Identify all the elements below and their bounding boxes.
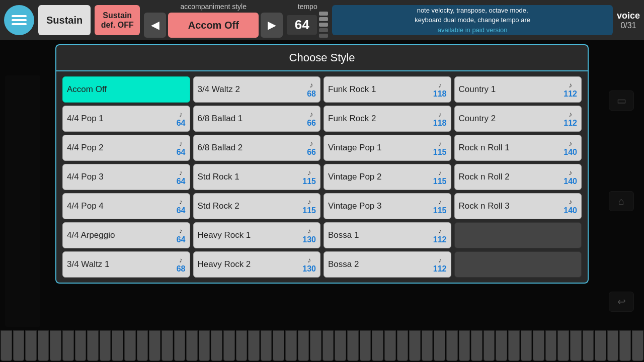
note-icon: ♪ [310, 139, 313, 147]
style-button[interactable]: Country 1♪112 [454, 76, 582, 103]
style-button[interactable]: 3/4 Waltz 1♪68 [62, 251, 190, 278]
style-button[interactable]: Rock n Roll 2♪140 [454, 164, 582, 190]
note-icon: ♪ [569, 110, 572, 118]
prev-style-button[interactable]: ◀ [144, 13, 166, 38]
style-button-name: 6/8 Ballad 1 [198, 114, 243, 124]
style-button-tempo: 112 [433, 264, 447, 274]
style-button[interactable]: Heavy Rock 2♪130 [193, 251, 321, 278]
voice-label: voice [617, 11, 640, 21]
tempo-bar-4 [319, 28, 328, 32]
tempo-bar-1 [319, 12, 328, 16]
style-button-name: 3/4 Waltz 2 [198, 84, 240, 95]
style-button[interactable]: Bossa 2♪112 [324, 251, 451, 278]
style-button[interactable]: Country 2♪112 [454, 106, 582, 132]
style-button-tempo-area: ♪112 [433, 256, 447, 274]
style-button-tempo: 115 [302, 177, 316, 186]
info-paid: available in paid version [338, 25, 607, 35]
style-button-name: Funk Rock 2 [328, 114, 376, 124]
style-button-tempo: 64 [177, 119, 186, 128]
note-icon: ♪ [307, 227, 311, 235]
tempo-bar-3 [319, 23, 328, 27]
style-button-tempo: 118 [433, 119, 447, 128]
style-button-tempo: 112 [433, 235, 447, 244]
style-button[interactable] [454, 222, 582, 248]
style-button-name: Vintage Pop 2 [328, 172, 382, 182]
note-icon: ♪ [438, 227, 442, 235]
voice-count: 0/31 [617, 21, 640, 30]
style-button[interactable]: 6/8 Ballad 1♪66 [193, 106, 321, 132]
svg-rect-2 [12, 23, 27, 25]
style-button[interactable] [454, 251, 582, 278]
style-button[interactable]: Funk Rock 2♪118 [324, 106, 451, 132]
tempo-display: 64 [287, 12, 328, 38]
style-button-tempo-area: ♪115 [302, 198, 316, 215]
style-button[interactable]: Rock n Roll 1♪140 [454, 135, 582, 161]
note-icon: ♪ [179, 110, 183, 118]
style-button-tempo: 140 [564, 206, 577, 215]
next-style-button[interactable]: ▶ [261, 13, 283, 38]
style-button-name: Heavy Rock 2 [198, 259, 251, 269]
style-button-tempo-area: ♪130 [302, 227, 316, 244]
style-grid: Accom Off3/4 Waltz 2♪68Funk Rock 1♪118Co… [56, 71, 588, 283]
style-button-name: 4/4 Arpeggio [67, 230, 115, 240]
style-button-tempo-area: ♪140 [564, 168, 577, 186]
menu-button[interactable] [4, 5, 34, 35]
tempo-value: 64 [287, 15, 317, 35]
style-button[interactable]: 4/4 Pop 1♪64 [62, 106, 190, 132]
style-button[interactable]: Bossa 1♪112 [324, 222, 451, 248]
style-button-name: 4/4 Pop 2 [67, 143, 104, 153]
style-button-name: 3/4 Waltz 1 [67, 259, 109, 269]
style-button-tempo-area: ♪64 [177, 168, 186, 186]
style-button-name: Rock n Roll 1 [459, 143, 510, 153]
modal-overlay: Choose Style Accom Off3/4 Waltz 2♪68Funk… [0, 40, 644, 362]
style-button[interactable]: Heavy Rock 1♪130 [193, 222, 321, 248]
style-button[interactable]: Vintage Pop 2♪115 [324, 164, 451, 190]
style-button-name: Bossa 2 [328, 259, 359, 269]
accom-off-button[interactable]: Accom Off [168, 13, 259, 38]
note-icon: ♪ [310, 110, 313, 118]
style-button[interactable]: Std Rock 1♪115 [193, 164, 321, 190]
style-button-tempo-area: ♪115 [433, 198, 447, 215]
accom-style-label: accompaniment style [180, 3, 247, 11]
style-button-tempo-area: ♪140 [564, 139, 577, 157]
sustain-def-button[interactable]: Sustain def. OFF [95, 5, 140, 35]
style-button-tempo-area: ♪68 [307, 81, 316, 99]
style-button[interactable]: Vintage Pop 1♪115 [324, 135, 451, 161]
style-button-name: Std Rock 2 [198, 201, 239, 211]
style-button-tempo: 130 [302, 235, 316, 244]
style-button[interactable]: Vintage Pop 3♪115 [324, 193, 451, 219]
style-button[interactable]: 4/4 Pop 4♪64 [62, 193, 190, 219]
sustain-button[interactable]: Sustain [38, 5, 91, 35]
note-icon: ♪ [307, 256, 311, 264]
style-button-tempo: 64 [177, 206, 186, 215]
style-button[interactable]: Accom Off [62, 76, 190, 103]
style-button-tempo: 130 [302, 264, 316, 274]
style-button[interactable]: Rock n Roll 3♪140 [454, 193, 582, 219]
style-button-tempo-area: ♪118 [433, 110, 447, 128]
style-button[interactable]: 4/4 Pop 3♪64 [62, 164, 190, 190]
style-button-name: Funk Rock 1 [328, 84, 376, 95]
style-button[interactable]: 4/4 Pop 2♪64 [62, 135, 190, 161]
style-button[interactable]: Funk Rock 1♪118 [324, 76, 451, 103]
tempo-slider[interactable] [319, 12, 328, 38]
note-icon: ♪ [438, 139, 442, 147]
style-button-tempo: 68 [307, 89, 316, 99]
style-button[interactable]: 4/4 Arpeggio♪64 [62, 222, 190, 248]
style-button[interactable]: 6/8 Ballad 2♪66 [193, 135, 321, 161]
style-button-tempo: 68 [177, 264, 186, 274]
style-button-tempo-area: ♪64 [177, 110, 186, 128]
style-button[interactable]: 3/4 Waltz 2♪68 [193, 76, 321, 103]
style-button-tempo: 112 [564, 89, 577, 99]
note-icon: ♪ [438, 198, 442, 206]
style-button-tempo: 64 [177, 148, 186, 157]
style-button-tempo-area: ♪115 [302, 168, 316, 186]
style-button[interactable]: Std Rock 2♪115 [193, 193, 321, 219]
tempo-bar-5 [319, 34, 328, 38]
note-icon: ♪ [438, 256, 442, 264]
style-button-tempo-area: ♪112 [564, 81, 577, 99]
style-button-name: Country 1 [459, 84, 496, 95]
style-button-tempo: 140 [564, 177, 577, 186]
style-button-name: Bossa 1 [328, 230, 359, 240]
note-icon: ♪ [569, 81, 572, 89]
style-button-tempo-area: ♪130 [302, 256, 316, 274]
